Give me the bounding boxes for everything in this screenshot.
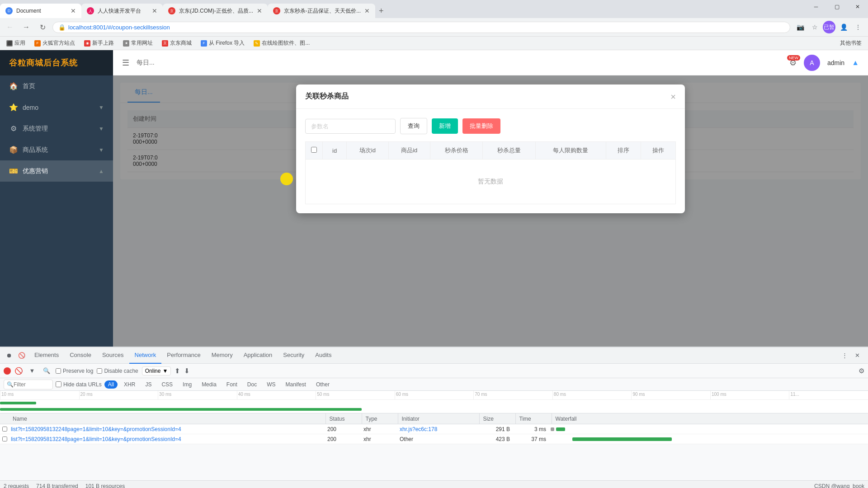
sidebar-item-demo[interactable]: ⭐ demo ▼ <box>0 97 113 118</box>
filter-type-media[interactable]: Media <box>198 380 220 389</box>
filter-type-manifest[interactable]: Manifest <box>282 380 310 389</box>
import-button[interactable]: ⬆ <box>175 367 180 375</box>
mark-40ms: 40 ms <box>237 391 316 399</box>
filter-input[interactable] <box>14 381 50 388</box>
mark-20ms: 20 ms <box>79 391 158 399</box>
screenshot-icon[interactable]: 📷 <box>794 21 807 33</box>
devtools-more-button[interactable]: ⋮ <box>839 350 850 361</box>
tab-sources[interactable]: Sources <box>97 347 129 364</box>
reload-button[interactable]: ↻ <box>36 21 49 33</box>
close-button[interactable]: ✕ <box>847 0 868 14</box>
row-1-initiator-link[interactable]: xhr.js?ec6c:178 <box>400 426 437 432</box>
expand-button[interactable]: ▲ <box>852 59 859 67</box>
profile-icon[interactable]: 已暂 <box>823 21 835 33</box>
tab-title-jd1: 京东(JD.COM)-正低价、品质... <box>179 7 253 15</box>
bookmark-apps[interactable]: ⬛ 应用 <box>4 38 28 48</box>
throttle-select[interactable]: Online ▼ <box>142 366 171 375</box>
maximize-button[interactable]: ▢ <box>826 0 847 14</box>
col-header-status[interactable]: Status <box>326 413 362 424</box>
filter-toggle-button[interactable]: ▼ <box>27 366 38 376</box>
add-button[interactable]: 新增 <box>432 118 458 134</box>
bookmark-other[interactable]: 其他书签 <box>837 38 864 48</box>
tab-network[interactable]: Network <box>129 347 162 364</box>
tab-performance[interactable]: Performance <box>161 347 206 364</box>
filter-type-css[interactable]: CSS <box>158 380 176 389</box>
filter-type-all[interactable]: All <box>104 380 118 389</box>
settings-button[interactable]: ⚙ NEW <box>789 58 797 68</box>
record-button[interactable] <box>4 367 11 375</box>
disable-cache-input[interactable] <box>97 368 102 374</box>
bookmark-icon[interactable]: ☆ <box>808 21 821 33</box>
select-all-checkbox[interactable] <box>311 147 317 153</box>
filter-type-other[interactable]: Other <box>312 380 333 389</box>
tab-close-document[interactable]: ✕ <box>71 7 76 14</box>
filter-type-xhr[interactable]: XHR <box>120 380 139 389</box>
network-row-1[interactable]: list?t=15820958132248page=1&limit=10&key… <box>0 424 868 434</box>
tab-elements[interactable]: Elements <box>29 347 64 364</box>
col-header-size[interactable]: Size <box>480 413 516 424</box>
sidebar-item-sys[interactable]: ⚙ 系统管理 ▼ <box>0 118 113 139</box>
browser-tab-jd1[interactable]: 京 京东(JD.COM)-正低价、品质... ✕ <box>163 4 268 18</box>
tab-memory[interactable]: Memory <box>206 347 238 364</box>
sidebar-item-home[interactable]: 🏠 首页 <box>0 75 113 97</box>
bookmark-jd[interactable]: 京 京东商城 <box>159 38 194 48</box>
back-button[interactable]: ← <box>4 21 16 33</box>
search-button[interactable]: 🔍 <box>41 366 52 376</box>
user-icon[interactable]: 👤 <box>837 21 850 33</box>
tab-security[interactable]: Security <box>278 347 310 364</box>
tab-console[interactable]: Console <box>64 347 97 364</box>
filter-type-ws[interactable]: WS <box>263 380 279 389</box>
filter-type-font[interactable]: Font <box>223 380 241 389</box>
address-bar[interactable]: 🔒 localhost:8001/#/coupon-seckillsession <box>52 22 790 33</box>
browser-tab-document[interactable]: D Document ✕ <box>0 4 81 18</box>
filter-type-doc[interactable]: Doc <box>244 380 260 389</box>
col-header-type[interactable]: Type <box>362 413 398 424</box>
tab-close-jd2[interactable]: ✕ <box>364 7 370 14</box>
menu-icon[interactable]: ⋮ <box>852 21 864 33</box>
modal-search-input[interactable] <box>305 119 396 134</box>
tab-audits[interactable]: Audits <box>310 347 337 364</box>
sidebar-item-coupon[interactable]: 🎫 优惠营销 ▲ <box>0 160 113 182</box>
row-1-checkbox-input[interactable] <box>2 427 7 432</box>
filter-type-js[interactable]: JS <box>142 380 155 389</box>
col-header-waterfall[interactable]: Waterfall <box>552 413 868 424</box>
tab-close-renren[interactable]: ✕ <box>152 7 157 14</box>
tab-close-jd1[interactable]: ✕ <box>257 7 262 14</box>
col-limit-per-person: 每人限购数量 <box>535 142 606 160</box>
filter-type-img[interactable]: Img <box>179 380 195 389</box>
preserve-log-checkbox[interactable]: Preserve log <box>56 368 93 374</box>
forward-button[interactable]: → <box>20 21 33 33</box>
col-header-time[interactable]: Time <box>516 413 552 424</box>
bookmark-firefox[interactable]: F 火狐官方站点 <box>32 38 78 48</box>
tab-application[interactable]: Application <box>238 347 278 364</box>
sidebar-item-goods[interactable]: 📦 商品系统 ▼ <box>0 139 113 160</box>
devtools-stop-recording[interactable]: ⏺ <box>4 350 14 361</box>
minimize-button[interactable]: ─ <box>806 0 826 14</box>
new-tab-button[interactable]: + <box>375 4 387 18</box>
bookmark-common[interactable]: ★ 常用网址 <box>120 38 156 48</box>
hide-data-urls-checkbox[interactable]: Hide data URLs <box>56 381 102 388</box>
devtools-clear[interactable]: 🚫 <box>16 350 27 361</box>
settings-button[interactable]: ⚙ <box>859 367 864 375</box>
col-header-initiator[interactable]: Initiator <box>398 413 480 424</box>
col-header-name[interactable]: Name <box>9 413 326 424</box>
bookmark-firefox-import[interactable]: F 从 Firefox 导入 <box>198 38 247 48</box>
hamburger-button[interactable]: ☰ <box>122 58 129 68</box>
export-button[interactable]: ⬇ <box>184 367 190 375</box>
row-2-checkbox-input[interactable] <box>2 436 7 441</box>
network-row-2[interactable]: list?t=15820958132248page=1&limit=10&key… <box>0 434 868 444</box>
preserve-log-input[interactable] <box>56 368 61 374</box>
query-button[interactable]: 查询 <box>400 118 427 134</box>
browser-tab-jd2[interactable]: 京 京东秒杀-正品保证、天天低价... ✕ <box>268 4 375 18</box>
modal-close-button[interactable]: × <box>670 92 676 101</box>
batch-delete-button[interactable]: 批量删除 <box>462 118 500 134</box>
clear-button[interactable]: 🚫 <box>14 367 23 375</box>
browser-tab-renren[interactable]: 人 人人快速开发平台 ✕ <box>81 4 163 18</box>
bookmark-newbie[interactable]: ◉ 新手上路 <box>81 38 117 48</box>
devtools-close-button[interactable]: ✕ <box>852 350 863 361</box>
disable-cache-checkbox[interactable]: Disable cache <box>97 368 138 374</box>
sidebar: 谷粒商城后台系统 🏠 首页 ⭐ demo ▼ ⚙ 系统管理 ▼ 📦 商品系统 ▼ <box>0 50 113 347</box>
bookmark-draw[interactable]: ✎ 在线绘图软件、图... <box>251 38 312 48</box>
username: admin <box>827 59 844 66</box>
hide-data-urls-input[interactable] <box>56 381 61 387</box>
